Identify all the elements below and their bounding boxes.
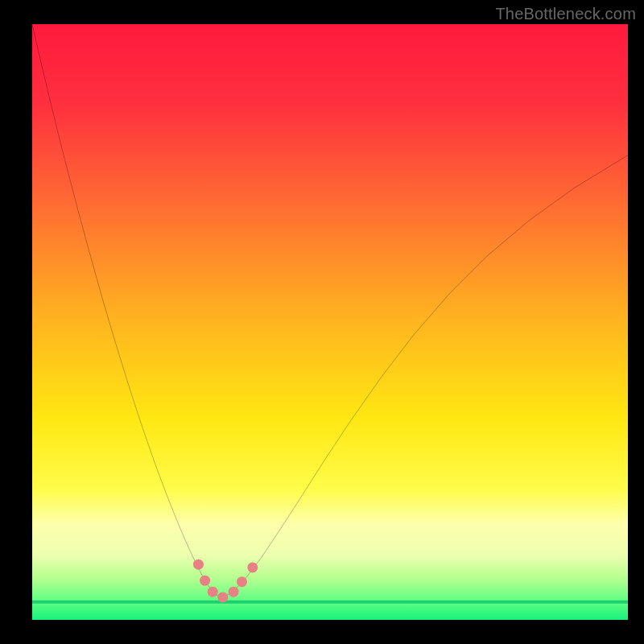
bottleneck-curve bbox=[32, 24, 628, 597]
plot-area bbox=[32, 24, 628, 620]
data-marker bbox=[193, 559, 204, 570]
chart-svg bbox=[32, 24, 628, 620]
data-marker bbox=[229, 587, 239, 597]
data-marker bbox=[217, 592, 228, 602]
data-marker bbox=[237, 576, 247, 587]
watermark-text: TheBottleneck.com bbox=[495, 5, 636, 23]
data-marker bbox=[200, 576, 210, 586]
chart-frame: TheBottleneck.com bbox=[0, 0, 644, 644]
data-marker bbox=[247, 562, 258, 572]
data-marker bbox=[208, 587, 218, 597]
